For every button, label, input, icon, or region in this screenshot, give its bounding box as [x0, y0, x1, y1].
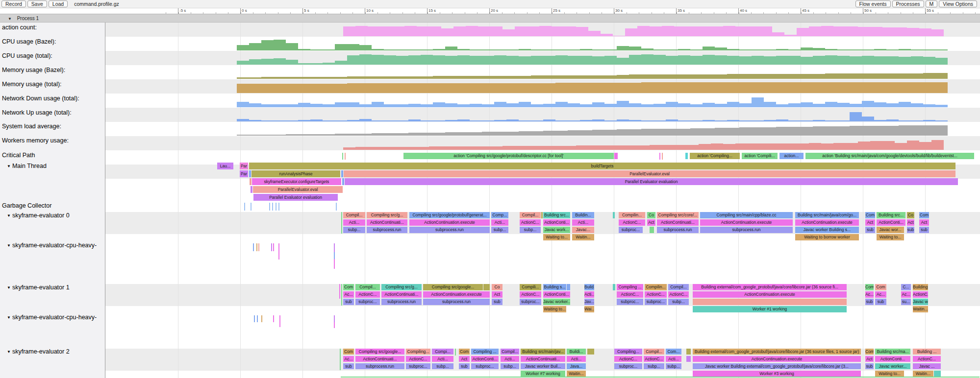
- network-up-usage-chart-bar[interactable]: [850, 112, 862, 121]
- action-count-chart-bar[interactable]: [821, 26, 833, 36]
- system-load-average-chart-bar[interactable]: [249, 135, 261, 136]
- system-load-average-chart-bar[interactable]: [470, 132, 482, 136]
- network-up-usage-chart-bar[interactable]: [482, 120, 494, 121]
- critical-path-event-tick[interactable]: [662, 153, 663, 160]
- action-count-chart-bar[interactable]: [576, 27, 588, 36]
- network-down-usage-chart-bar[interactable]: [470, 104, 482, 107]
- memory-usage-bazel-chart-bar[interactable]: [776, 74, 788, 79]
- skyframe-evaluator-0-event-bar[interactable]: sub: [907, 227, 914, 233]
- skyframe-evaluator-0-event-bar[interactable]: Building src/main/java/com/go...: [795, 212, 859, 218]
- skyframe-evaluator-cpu-heavy-1-event-tick[interactable]: [261, 315, 262, 322]
- cpu-usage-total-chart-bar[interactable]: [482, 56, 494, 65]
- cpu-usage-total-chart-bar[interactable]: [274, 58, 286, 65]
- workers-memory-usage-chart-bar[interactable]: [870, 141, 882, 150]
- memory-usage-total-chart-bar[interactable]: [862, 82, 874, 93]
- memory-usage-bazel-chart-bar[interactable]: [433, 76, 445, 79]
- network-down-usage-chart-bar[interactable]: [739, 103, 752, 107]
- memory-usage-bazel-chart-bar[interactable]: [825, 73, 837, 79]
- network-up-usage-chart-bar[interactable]: [359, 119, 372, 121]
- skyframe-evaluator-2-event-bar[interactable]: subp...: [644, 363, 664, 369]
- network-down-usage-chart-bar[interactable]: [335, 102, 347, 107]
- workers-memory-usage-chart-bar[interactable]: [355, 147, 368, 150]
- critical-path-event-tick[interactable]: [342, 153, 343, 160]
- network-down-usage-chart-bar[interactable]: [482, 104, 494, 107]
- action-count-chart-bar[interactable]: [380, 26, 392, 36]
- network-down-usage-chart-bar[interactable]: [408, 104, 421, 107]
- network-up-usage-chart-bar[interactable]: [457, 119, 470, 121]
- memory-usage-total-chart-bar[interactable]: [310, 84, 323, 93]
- network-up-usage-chart-bar[interactable]: [274, 120, 286, 121]
- network-down-usage-chart-bar[interactable]: [629, 103, 641, 107]
- system-load-average-chart-bar[interactable]: [727, 128, 739, 136]
- workers-memory-usage-chart-bar[interactable]: [515, 146, 527, 150]
- cpu-usage-total-chart-bar[interactable]: [678, 55, 690, 65]
- memory-usage-bazel-chart-bar[interactable]: [396, 76, 408, 79]
- skyframe-evaluator-1-event-bar[interactable]: C...: [901, 284, 911, 290]
- skyframe-evaluator-0-event-bar[interactable]: ActionContinuation.execute: [795, 219, 859, 226]
- skyframe-evaluator-2-event-bar[interactable]: Compiling ...: [471, 349, 499, 354]
- network-down-usage-chart-bar[interactable]: [862, 101, 874, 107]
- skyframe-evaluator-2-event-bar[interactable]: Compiling...: [614, 349, 642, 354]
- cpu-usage-total-chart-bar[interactable]: [580, 56, 592, 65]
- skyframe-evaluator-1-event-bar[interactable]: Compil...: [355, 284, 380, 290]
- memory-usage-total-chart-bar[interactable]: [641, 82, 653, 93]
- memory-usage-total-chart-bar[interactable]: [923, 82, 935, 93]
- workers-memory-usage-chart-bar[interactable]: [552, 146, 564, 150]
- network-down-usage-chart-bar[interactable]: [580, 104, 592, 107]
- memory-usage-total-chart-bar[interactable]: [408, 83, 421, 93]
- system-load-average-chart-bar[interactable]: [886, 126, 899, 136]
- skyframe-evaluator-1-event-bar[interactable]: ActionC...: [617, 291, 643, 298]
- memory-usage-bazel-chart-bar[interactable]: [678, 74, 690, 79]
- memory-usage-total-chart-bar[interactable]: [666, 82, 678, 93]
- memory-usage-total-chart-bar[interactable]: [617, 83, 629, 93]
- network-up-usage-chart-bar[interactable]: [433, 120, 445, 121]
- network-up-usage-chart-bar[interactable]: [788, 120, 801, 121]
- cpu-usage-bazel-chart-bar[interactable]: [703, 47, 715, 50]
- action-count-chart-bar[interactable]: [650, 26, 662, 36]
- action-count-chart-bar[interactable]: [490, 26, 503, 36]
- skyframe-evaluator-0-event-bar[interactable]: subprocess.run: [367, 227, 407, 233]
- system-load-average-chart-bar[interactable]: [911, 125, 923, 136]
- network-up-usage-chart-bar[interactable]: [347, 120, 359, 121]
- skyframe-evaluator-0-event-bar[interactable]: Acti...: [572, 219, 594, 226]
- critical-path-event-bar[interactable]: action...: [779, 153, 804, 159]
- network-up-usage-chart-bar[interactable]: [825, 120, 837, 121]
- skyframe-evaluator-1-event-bar[interactable]: Waitin...: [913, 306, 928, 312]
- skyframe-evaluator-2-event-bar[interactable]: Javac worker...: [875, 363, 910, 369]
- memory-usage-total-chart-bar[interactable]: [421, 83, 433, 93]
- network-down-usage-chart-bar[interactable]: [653, 104, 666, 107]
- cpu-usage-bazel-chart-bar[interactable]: [237, 45, 249, 50]
- network-up-usage-chart-bar[interactable]: [286, 120, 298, 121]
- memory-usage-total-chart-bar[interactable]: [678, 82, 690, 93]
- network-up-usage-chart-bar[interactable]: [494, 120, 506, 121]
- garbage-collector-event-tick[interactable]: [272, 203, 273, 211]
- skyframe-evaluator-0-event-bar[interactable]: Javac...: [572, 227, 594, 233]
- network-down-usage-chart-bar[interactable]: [286, 104, 298, 107]
- network-down-usage-chart-bar[interactable]: [568, 103, 580, 107]
- cpu-usage-bazel-chart-bar[interactable]: [372, 49, 384, 50]
- system-load-average-chart-bar[interactable]: [237, 135, 249, 136]
- system-load-average-chart-bar[interactable]: [862, 126, 874, 136]
- cpu-usage-total-chart-bar[interactable]: [372, 55, 384, 65]
- cpu-usage-total-chart-bar[interactable]: [408, 55, 421, 65]
- system-load-average-chart-bar[interactable]: [715, 128, 727, 136]
- skyframe-evaluator-2-event-bar[interactable]: Compiling src/google...: [355, 349, 404, 354]
- action-count-chart-bar[interactable]: [797, 28, 809, 36]
- skyframe-evaluator-0-event-bar[interactable]: ActionContinuation.execute: [700, 219, 793, 226]
- action-count-chart-bar[interactable]: [870, 27, 882, 36]
- skyframe-evaluator-0-event-bar[interactable]: Compiling src/main/cpp/blaze.cc: [700, 212, 793, 218]
- action-count-chart-bar[interactable]: [686, 26, 699, 36]
- workers-memory-usage-chart-bar[interactable]: [404, 147, 417, 150]
- system-load-average-chart-bar[interactable]: [641, 129, 653, 136]
- action-count-chart-bar[interactable]: [392, 26, 404, 36]
- workers-memory-usage-chart-bar[interactable]: [735, 143, 748, 150]
- network-up-usage-chart-bar[interactable]: [653, 120, 666, 121]
- skyframe-evaluator-2-event-bar[interactable]: Compi...: [432, 349, 453, 354]
- skyframe-evaluator-cpu-heavy-0-event-tick[interactable]: [278, 243, 279, 260]
- workers-memory-usage-chart-bar[interactable]: [686, 145, 699, 150]
- workers-memory-usage-chart-bar[interactable]: [392, 147, 404, 150]
- skyframe-evaluator-1-event-bar[interactable]: ActionC...: [355, 291, 380, 298]
- workers-memory-usage-chart-bar[interactable]: [490, 146, 503, 150]
- skyframe-evaluator-0-event-bar[interactable]: Waiting to...: [877, 234, 904, 240]
- action-count-chart-bar[interactable]: [784, 35, 797, 36]
